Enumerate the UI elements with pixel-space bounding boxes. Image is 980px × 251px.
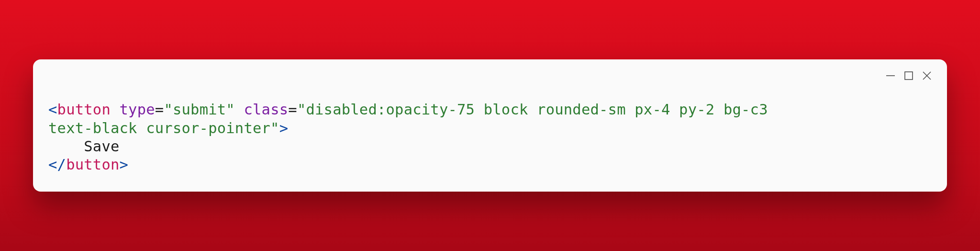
close-icon[interactable] <box>921 70 933 81</box>
angle-open: < <box>48 101 57 118</box>
angle-close: > <box>279 120 289 137</box>
attr-class-value-line1: "disabled:opacity-75 block rounded-sm px… <box>297 101 768 118</box>
attr-class-value-line2: text-black cursor-pointer" <box>48 120 279 137</box>
closing-angle-close: > <box>120 156 129 173</box>
maximize-icon[interactable] <box>903 70 914 81</box>
window-controls <box>885 70 933 81</box>
minimize-icon[interactable] <box>885 70 896 81</box>
tag-name: button <box>57 101 111 118</box>
attr-class: class <box>244 101 288 118</box>
button-inner-text: Save <box>84 138 119 155</box>
attr-type-value: "submit" <box>164 101 235 118</box>
code-content: <button type="submit" class="disabled:op… <box>48 73 932 174</box>
closing-angle-open: </ <box>48 156 66 173</box>
code-block: <button type="submit" class="disabled:op… <box>33 59 947 192</box>
closing-tag-name: button <box>66 156 119 173</box>
svg-rect-1 <box>905 72 913 80</box>
attr-type: type <box>120 101 155 118</box>
